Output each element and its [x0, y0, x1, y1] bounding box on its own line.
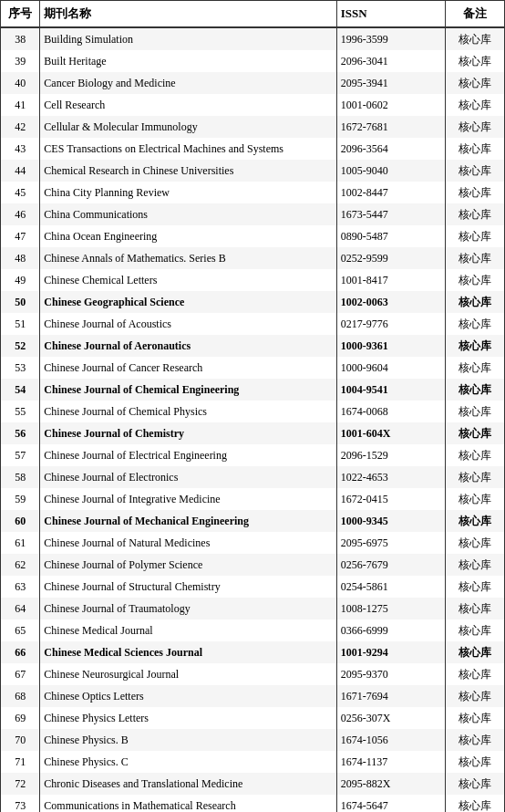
cell-num: 65	[1, 619, 40, 641]
cell-num: 56	[1, 422, 40, 444]
cell-name: Chinese Journal of Polymer Science	[40, 554, 336, 576]
cell-note: 核心库	[445, 422, 504, 444]
cell-note: 核心库	[445, 444, 504, 466]
table-row: 56Chinese Journal of Chemistry1001-604X核…	[1, 422, 505, 444]
cell-num: 57	[1, 444, 40, 466]
cell-note: 核心库	[445, 247, 504, 269]
cell-issn: 1022-4653	[336, 466, 445, 488]
cell-name: China Ocean Engineering	[40, 225, 336, 247]
cell-issn: 2096-3564	[336, 138, 445, 160]
cell-issn: 0256-307X	[336, 707, 445, 729]
cell-name: Chinese Journal of Mechanical Engineerin…	[40, 510, 336, 532]
cell-note: 核心库	[445, 641, 504, 663]
table-row: 59Chinese Journal of Integrative Medicin…	[1, 488, 505, 510]
cell-issn: 1000-9361	[336, 335, 445, 357]
cell-note: 核心库	[445, 357, 504, 379]
cell-name: China Communications	[40, 203, 336, 225]
table-body: 38Building Simulation1996-3599核心库39Built…	[1, 27, 505, 812]
table-row: 46China Communications1673-5447核心库	[1, 203, 505, 225]
cell-name: Chinese Journal of Cancer Research	[40, 357, 336, 379]
cell-num: 48	[1, 247, 40, 269]
cell-note: 核心库	[445, 50, 504, 72]
cell-issn: 1001-8417	[336, 269, 445, 291]
cell-issn: 2096-3041	[336, 50, 445, 72]
cell-name: Chinese Journal of Structural Chemistry	[40, 576, 336, 598]
table-row: 50Chinese Geographical Science1002-0063核…	[1, 291, 505, 313]
cell-note: 核心库	[445, 27, 504, 50]
cell-name: Chinese Journal of Natural Medicines	[40, 532, 336, 554]
cell-num: 71	[1, 751, 40, 773]
cell-name: Chinese Medical Journal	[40, 619, 336, 641]
cell-note: 核心库	[445, 729, 504, 751]
table-row: 64Chinese Journal of Traumatology1008-12…	[1, 598, 505, 619]
cell-note: 核心库	[445, 488, 504, 510]
cell-issn: 1004-9541	[336, 379, 445, 401]
cell-note: 核心库	[445, 685, 504, 707]
cell-issn: 1000-9345	[336, 510, 445, 532]
cell-name: Chinese Neurosurgical Journal	[40, 663, 336, 685]
cell-note: 核心库	[445, 138, 504, 160]
cell-name: Chinese Chemical Letters	[40, 269, 336, 291]
table-row: 71Chinese Physics. C1674-1137核心库	[1, 751, 505, 773]
cell-note: 核心库	[445, 401, 504, 422]
cell-issn: 2095-882X	[336, 773, 445, 795]
cell-num: 61	[1, 532, 40, 554]
table-row: 52Chinese Journal of Aeronautics1000-936…	[1, 335, 505, 357]
cell-num: 47	[1, 225, 40, 247]
cell-name: Cancer Biology and Medicine	[40, 72, 336, 94]
cell-name: Chinese Medical Sciences Journal	[40, 641, 336, 663]
table-row: 41Cell Research1001-0602核心库	[1, 94, 505, 116]
cell-note: 核心库	[445, 225, 504, 247]
table-row: 43CES Transactions on Electrical Machine…	[1, 138, 505, 160]
cell-num: 53	[1, 357, 40, 379]
cell-num: 62	[1, 554, 40, 576]
cell-note: 核心库	[445, 94, 504, 116]
cell-note: 核心库	[445, 291, 504, 313]
table-row: 38Building Simulation1996-3599核心库	[1, 27, 505, 50]
cell-issn: 1008-1275	[336, 598, 445, 619]
cell-name: Chinese Physics. C	[40, 751, 336, 773]
journal-table: 序号 期刊名称 ISSN 备注 38Building Simulation199…	[0, 0, 505, 812]
cell-issn: 1674-1137	[336, 751, 445, 773]
cell-num: 55	[1, 401, 40, 422]
table-row: 66Chinese Medical Sciences Journal1001-9…	[1, 641, 505, 663]
cell-issn: 1001-0602	[336, 94, 445, 116]
cell-issn: 2095-6975	[336, 532, 445, 554]
cell-num: 59	[1, 488, 40, 510]
header-issn: ISSN	[336, 1, 445, 28]
cell-name: Chinese Journal of Electrical Engineerin…	[40, 444, 336, 466]
cell-note: 核心库	[445, 707, 504, 729]
cell-note: 核心库	[445, 532, 504, 554]
cell-note: 核心库	[445, 269, 504, 291]
table-row: 54Chinese Journal of Chemical Engineerin…	[1, 379, 505, 401]
cell-name: Communications in Mathematical Research	[40, 795, 336, 812]
cell-name: Chinese Geographical Science	[40, 291, 336, 313]
table-row: 62Chinese Journal of Polymer Science0256…	[1, 554, 505, 576]
cell-name: Chinese Journal of Integrative Medicine	[40, 488, 336, 510]
cell-num: 42	[1, 116, 40, 138]
cell-name: China City Planning Review	[40, 182, 336, 203]
cell-name: Cell Research	[40, 94, 336, 116]
cell-name: Chinese Journal of Chemistry	[40, 422, 336, 444]
cell-note: 核心库	[445, 510, 504, 532]
table-row: 63Chinese Journal of Structural Chemistr…	[1, 576, 505, 598]
cell-issn: 2096-1529	[336, 444, 445, 466]
cell-num: 66	[1, 641, 40, 663]
cell-num: 40	[1, 72, 40, 94]
cell-name: Chinese Journal of Chemical Engineering	[40, 379, 336, 401]
cell-num: 41	[1, 94, 40, 116]
cell-num: 38	[1, 27, 40, 50]
cell-note: 核心库	[445, 554, 504, 576]
cell-issn: 1005-9040	[336, 160, 445, 182]
table-row: 73Communications in Mathematical Researc…	[1, 795, 505, 812]
cell-note: 核心库	[445, 335, 504, 357]
header-name: 期刊名称	[40, 1, 336, 28]
cell-name: CES Transactions on Electrical Machines …	[40, 138, 336, 160]
cell-name: Chinese Journal of Electronics	[40, 466, 336, 488]
cell-issn: 1672-0415	[336, 488, 445, 510]
cell-num: 67	[1, 663, 40, 685]
table-row: 58Chinese Journal of Electronics1022-465…	[1, 466, 505, 488]
header-num: 序号	[1, 1, 40, 28]
cell-name: Chinese Annals of Mathematics. Series B	[40, 247, 336, 269]
cell-num: 49	[1, 269, 40, 291]
